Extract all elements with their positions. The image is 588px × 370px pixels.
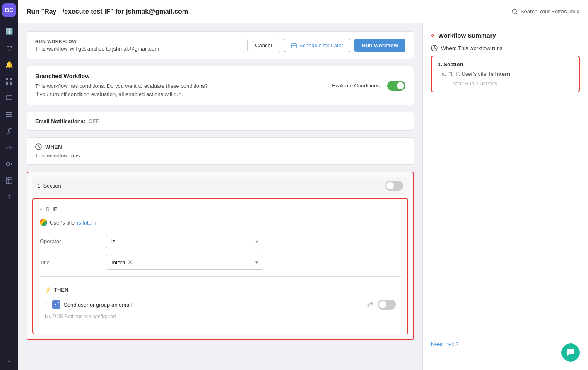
schedule-for-later-button[interactable]: Schedule for Later xyxy=(284,39,350,52)
expand-sidebar-button[interactable]: » xyxy=(5,354,14,367)
action-num: 1. xyxy=(45,302,49,307)
sidebar-icon-code[interactable]: </> xyxy=(2,140,17,155)
summary-branch-icon: ⇅ xyxy=(448,71,453,77)
chat-button[interactable] xyxy=(561,343,580,362)
sidebar: BC ℹ️ 🛡 🔔 </> ? » xyxy=(0,0,18,370)
schedule-label: Schedule for Later xyxy=(299,42,343,48)
content-area: RUN WORKFLOW This workflow will get appl… xyxy=(18,23,588,370)
svg-rect-4 xyxy=(6,96,12,100)
google-icon xyxy=(40,219,47,226)
section-toggle[interactable] xyxy=(385,181,403,191)
email-notifications-text: Email Notifications: OFF xyxy=(35,118,99,124)
when-card: WHEN This workflow runs xyxy=(27,137,414,165)
app-logo: BC xyxy=(2,3,16,17)
then-action-row: 1. Send user or group an email xyxy=(45,298,396,311)
svg-rect-1 xyxy=(10,78,12,80)
sidebar-icon-info[interactable]: ℹ️ xyxy=(2,24,17,39)
summary-title: Workflow Summary xyxy=(438,32,496,39)
sidebar-icon-card[interactable] xyxy=(2,90,17,105)
sidebar-icon-table[interactable] xyxy=(2,173,17,188)
title-chevron-icon: ▾ xyxy=(255,259,258,265)
title-input[interactable]: Intern ✕ ▾ xyxy=(106,255,263,270)
email-notifications-status: OFF xyxy=(89,118,99,124)
section-label: 1. Section xyxy=(37,183,61,189)
summary-if-text: If: User's title is Intern xyxy=(455,71,510,77)
condition-link[interactable]: is Intern xyxy=(77,220,96,226)
summary-then-text: Then: Run 1 actions xyxy=(449,80,497,87)
svg-rect-6 xyxy=(6,114,12,115)
svg-rect-5 xyxy=(6,112,12,113)
run-workflow-desc: This workflow will get applied to jshmak… xyxy=(35,46,159,52)
search-label: Search Your BetterCloud xyxy=(521,8,580,15)
action-label: Send user or group an email xyxy=(64,302,132,308)
summary-then-chevron: › xyxy=(445,81,447,86)
double-chevron-icon: « xyxy=(431,31,435,39)
run-workflow-label: RUN WORKFLOW xyxy=(35,39,159,44)
summary-if-row: a. ⇅ If: User's title is Intern xyxy=(438,71,573,77)
cancel-button[interactable]: Cancel xyxy=(247,39,280,52)
main-wrapper: Run "Ray - /execute test IF" for jshmak@… xyxy=(18,0,588,370)
left-panel: RUN WORKFLOW This workflow will get appl… xyxy=(18,23,422,370)
title-tag-value: Intern ✕ xyxy=(111,259,133,266)
workflow-header-card: RUN WORKFLOW This workflow will get appl… xyxy=(27,31,414,59)
title-row: Title Intern ✕ ▾ xyxy=(40,255,401,270)
svg-rect-2 xyxy=(6,82,8,85)
summary-header: « Workflow Summary xyxy=(431,31,580,39)
summary-box: 1. Section a. ⇅ If: User's title is Inte… xyxy=(431,56,580,92)
svg-point-10 xyxy=(512,9,516,13)
operator-value: is xyxy=(111,238,115,244)
summary-if-letter: a. xyxy=(442,71,446,77)
sidebar-icon-shield[interactable]: 🛡 xyxy=(2,41,17,56)
summary-when-text: When: This workflow runs xyxy=(441,45,503,51)
run-workflow-button[interactable]: Run Workflow xyxy=(354,39,405,52)
branch-info: Branched Workflow This workflow has cond… xyxy=(35,73,208,98)
title-remove-icon[interactable]: ✕ xyxy=(128,259,133,266)
action-toggle[interactable] xyxy=(378,300,396,310)
summary-then-row[interactable]: › Then: Run 1 actions xyxy=(438,80,573,87)
send-email-action-icon xyxy=(52,300,60,309)
workflow-header-info: RUN WORKFLOW This workflow will get appl… xyxy=(35,39,159,52)
svg-rect-7 xyxy=(6,116,12,117)
branch-desc-line2: If you turn off condition evaluation, al… xyxy=(35,90,208,99)
when-clock-icon xyxy=(35,143,42,150)
if-header: a ⇅ IF xyxy=(40,206,401,212)
dns-note: My DNS Settings are configured xyxy=(45,311,396,322)
operator-select[interactable]: is ▾ xyxy=(106,235,263,248)
email-notifications-label: Email Notifications: xyxy=(35,118,85,124)
page-title: Run "Ray - /execute test IF" for jshmak@… xyxy=(27,8,188,15)
operator-label: Operator xyxy=(40,238,106,244)
if-letter: a xyxy=(40,206,43,212)
svg-rect-11 xyxy=(292,44,296,48)
flash-icon: ⚡ xyxy=(45,287,51,293)
summary-section-label: 1. Section xyxy=(438,61,573,68)
sidebar-bottom: » xyxy=(5,354,14,367)
section-container: 1. Section a ⇅ IF User's title is Intern xyxy=(27,172,414,340)
sidebar-icon-question[interactable]: ? xyxy=(2,190,17,205)
summary-when: When: This workflow runs xyxy=(431,45,580,51)
sidebar-icon-link[interactable] xyxy=(2,123,17,138)
title-label: Title xyxy=(40,259,106,266)
branched-workflow-card: Branched Workflow This workflow has cond… xyxy=(27,66,414,105)
section-header: 1. Section xyxy=(32,177,408,194)
if-then-divider xyxy=(40,276,401,277)
svg-rect-9 xyxy=(6,178,12,184)
need-help-link[interactable]: Need help? xyxy=(431,341,459,347)
sidebar-icon-key[interactable] xyxy=(2,157,17,172)
condition-tag: User's title is Intern xyxy=(40,217,96,228)
branch-arrows-icon: ⇅ xyxy=(45,206,50,212)
evaluate-conditions-toggle[interactable] xyxy=(387,81,405,91)
email-notifications-card: Email Notifications: OFF xyxy=(27,112,414,131)
chat-icon xyxy=(566,348,575,357)
then-action-right xyxy=(367,300,396,310)
sidebar-icon-bell[interactable]: 🔔 xyxy=(2,57,17,72)
svg-point-8 xyxy=(6,162,10,166)
then-header: ⚡ THEN xyxy=(45,287,396,293)
condition-prefix: User's title xyxy=(50,220,75,226)
if-label: IF xyxy=(53,206,58,212)
chevron-down-icon: ▾ xyxy=(255,239,258,244)
search-area[interactable]: Search Your BetterCloud xyxy=(511,8,580,15)
redirect-icon xyxy=(367,301,374,308)
sidebar-icon-list[interactable] xyxy=(2,107,17,122)
sidebar-icon-apps[interactable] xyxy=(2,74,17,89)
right-panel: « Workflow Summary When: This workflow r… xyxy=(422,23,588,370)
